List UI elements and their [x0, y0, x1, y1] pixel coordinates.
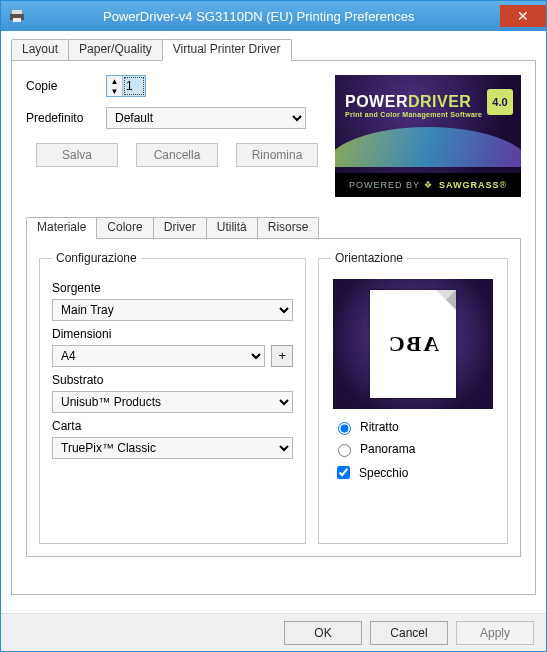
preset-select[interactable]: Default [106, 107, 306, 129]
tab-risorse[interactable]: Risorse [257, 217, 320, 238]
content-area: Layout Paper/Quality Virtual Printer Dri… [1, 31, 546, 613]
size-select[interactable]: A4 [52, 345, 265, 367]
brand-name-a: POWER [345, 93, 408, 110]
paper-label: Carta [52, 419, 293, 433]
inner-tabstrip: Materiale Colore Driver Utilità Risorse [26, 217, 521, 239]
brand-tagline: Print and Color Management Software [345, 111, 482, 118]
paper-select[interactable]: TruePix™ Classic [52, 437, 293, 459]
brand-name-b: DRIVER [408, 93, 471, 110]
close-icon: ✕ [517, 8, 529, 24]
source-label: Sorgente [52, 281, 293, 295]
save-button[interactable]: Salva [36, 143, 118, 167]
printer-icon [9, 8, 25, 24]
spinner-down-icon[interactable]: ▼ [107, 86, 122, 96]
dialog-window: PowerDriver-v4 SG3110DN (EU) Printing Pr… [0, 0, 547, 652]
config-legend: Configurazione [52, 251, 141, 265]
orientation-group: Orientazione ABC Ritratto [318, 251, 508, 544]
tab-materiale[interactable]: Materiale [26, 217, 97, 239]
landscape-radio[interactable] [338, 444, 351, 457]
outer-tab-panel: Copie ▲ ▼ Predefinito Default [11, 61, 536, 595]
powered-by-label: POWERED BY [349, 180, 420, 190]
substrate-label: Substrato [52, 373, 293, 387]
preset-label: Predefinito [26, 111, 106, 125]
config-group: Configurazione Sorgente Main Tray Dimens… [39, 251, 306, 544]
tab-virtual-printer-driver[interactable]: Virtual Printer Driver [162, 39, 292, 61]
tab-driver[interactable]: Driver [153, 217, 207, 238]
brand-logo: POWERDRIVER Print and Color Management S… [335, 75, 521, 197]
copies-label: Copie [26, 79, 106, 93]
brand-version-badge: 4.0 [487, 89, 513, 115]
copies-input[interactable] [123, 76, 145, 96]
source-select[interactable]: Main Tray [52, 299, 293, 321]
close-button[interactable]: ✕ [500, 5, 546, 27]
leaf-icon: ❖ [424, 180, 433, 190]
inner-tab-panel: Configurazione Sorgente Main Tray Dimens… [26, 239, 521, 557]
ok-button[interactable]: OK [284, 621, 362, 645]
apply-button[interactable]: Apply [456, 621, 534, 645]
tab-colore[interactable]: Colore [96, 217, 153, 238]
substrate-select[interactable]: Unisub™ Products [52, 391, 293, 413]
mirror-checkbox[interactable] [337, 466, 350, 479]
delete-button[interactable]: Cancella [136, 143, 218, 167]
spinner-up-icon[interactable]: ▲ [107, 76, 122, 86]
dialog-button-bar: OK Cancel Apply [1, 613, 546, 651]
window-title: PowerDriver-v4 SG3110DN (EU) Printing Pr… [33, 9, 500, 24]
portrait-label: Ritratto [360, 420, 399, 434]
tab-paper-quality[interactable]: Paper/Quality [68, 39, 163, 60]
svg-rect-0 [12, 10, 22, 14]
dogear-icon [436, 290, 456, 310]
outer-tabstrip: Layout Paper/Quality Virtual Printer Dri… [11, 39, 536, 61]
svg-rect-2 [13, 18, 21, 22]
page-preview: ABC [370, 290, 456, 398]
tab-layout[interactable]: Layout [11, 39, 69, 60]
cancel-button[interactable]: Cancel [370, 621, 448, 645]
mirror-label: Specchio [359, 466, 408, 480]
copies-spinner[interactable]: ▲ ▼ [106, 75, 146, 97]
orientation-preview: ABC [333, 279, 493, 409]
portrait-radio[interactable] [338, 422, 351, 435]
brand-swoosh [335, 127, 521, 167]
rename-button[interactable]: Rinomina [236, 143, 318, 167]
titlebar: PowerDriver-v4 SG3110DN (EU) Printing Pr… [1, 1, 546, 31]
orientation-legend: Orientazione [331, 251, 407, 265]
landscape-label: Panorama [360, 442, 415, 456]
tab-utilita[interactable]: Utilità [206, 217, 258, 238]
add-size-button[interactable]: + [271, 345, 293, 367]
preview-abc: ABC [387, 331, 439, 357]
brand-vendor: SAWGRASS [439, 180, 500, 190]
size-label: Dimensioni [52, 327, 293, 341]
